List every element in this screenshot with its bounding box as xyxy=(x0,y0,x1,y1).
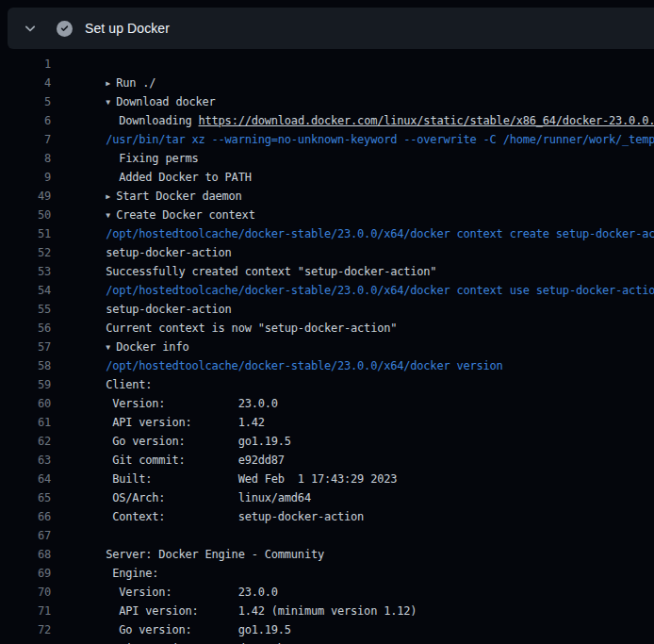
line-number[interactable]: 70 xyxy=(0,583,51,602)
line-number[interactable]: 56 xyxy=(0,319,51,338)
log-line: 59 Version: 23.0.0 xyxy=(0,375,654,394)
log-line: 62 Git commit: e92dd87 xyxy=(0,432,654,451)
log-line: 63 Built: Wed Feb 1 17:43:29 2023 xyxy=(0,451,654,470)
line-number[interactable]: 66 xyxy=(0,507,51,526)
line-number[interactable]: 71 xyxy=(0,602,51,620)
log-lines-container: 1 ▶Run ./ 4 ▼Download docker 5 Downloadi… xyxy=(0,49,654,639)
log-line-text: Context: setup-docker-action xyxy=(106,510,364,523)
line-number[interactable]: 50 xyxy=(0,206,51,224)
line-number[interactable]: 4 xyxy=(0,74,51,92)
log-line: 57 /opt/hostedtoolcache/docker-stable/23… xyxy=(0,338,654,356)
check-circle-icon xyxy=(57,21,73,37)
line-number[interactable]: 64 xyxy=(0,470,51,488)
log-line: 52 Successfully created context "setup-d… xyxy=(0,243,654,262)
line-number[interactable]: 72 xyxy=(0,620,51,639)
line-number[interactable]: 54 xyxy=(0,281,51,300)
log-group-line[interactable]: 4 ▼Download docker xyxy=(0,74,654,92)
line-number[interactable]: 53 xyxy=(0,262,51,281)
log-line: 72 Git commit: d7573ab xyxy=(0,620,654,639)
step-title: Set up Docker xyxy=(85,21,170,36)
line-number[interactable]: 67 xyxy=(0,526,51,545)
log-line: 50 /opt/hostedtoolcache/docker-stable/23… xyxy=(0,206,654,224)
line-number[interactable]: 6 xyxy=(0,111,51,130)
log-line: 70 API version: 1.42 (minimum version 1.… xyxy=(0,583,654,602)
log-line: 67 Server: Docker Engine - Community xyxy=(0,526,654,545)
log-line: 65 Context: setup-docker-action xyxy=(0,488,654,507)
log-line: 53 /opt/hostedtoolcache/docker-stable/23… xyxy=(0,262,654,281)
line-number[interactable]: 59 xyxy=(0,375,51,394)
log-line: 8 Added Docker to PATH xyxy=(0,149,654,168)
line-number[interactable]: 1 xyxy=(0,55,51,74)
line-number[interactable]: 5 xyxy=(0,92,51,111)
chevron-down-icon[interactable] xyxy=(23,21,38,36)
line-number[interactable]: 9 xyxy=(0,168,51,187)
log-line: 55 Current context is now "setup-docker-… xyxy=(0,300,654,319)
line-number[interactable]: 52 xyxy=(0,243,51,262)
line-number[interactable]: 7 xyxy=(0,130,51,149)
line-number[interactable]: 61 xyxy=(0,413,51,432)
step-header[interactable]: Set up Docker xyxy=(8,8,654,49)
log-line: 60 API version: 1.42 xyxy=(0,394,654,413)
line-number[interactable]: 49 xyxy=(0,187,51,206)
log-group-line[interactable]: 1 ▶Run ./ xyxy=(0,55,654,74)
line-number[interactable]: 55 xyxy=(0,300,51,319)
line-number[interactable]: 60 xyxy=(0,394,51,413)
line-number[interactable]: 68 xyxy=(0,545,51,564)
log-line: 61 Go version: go1.19.5 xyxy=(0,413,654,432)
line-number[interactable]: 62 xyxy=(0,432,51,451)
log-line-text: /opt/hostedtoolcache/docker-stable/23.0.… xyxy=(106,359,502,372)
log-line: 5 Downloading https://download.docker.co… xyxy=(0,92,654,111)
line-number[interactable]: 63 xyxy=(0,451,51,470)
log-group-line[interactable]: 9 ▶Start Docker daemon xyxy=(0,168,654,187)
log-line: 69 Version: 23.0.0 xyxy=(0,564,654,583)
line-number[interactable]: 58 xyxy=(0,356,51,375)
log-line: 68 Engine: xyxy=(0,545,654,564)
line-number[interactable]: 69 xyxy=(0,564,51,583)
log-line: 6 /usr/bin/tar xz --warning=no-unknown-k… xyxy=(0,111,654,130)
line-number[interactable]: 65 xyxy=(0,488,51,507)
line-number[interactable]: 51 xyxy=(0,224,51,243)
line-number[interactable]: 57 xyxy=(0,338,51,356)
line-number[interactable]: 8 xyxy=(0,149,51,168)
log-group-line[interactable]: 49 ▼Create Docker context xyxy=(0,187,654,206)
